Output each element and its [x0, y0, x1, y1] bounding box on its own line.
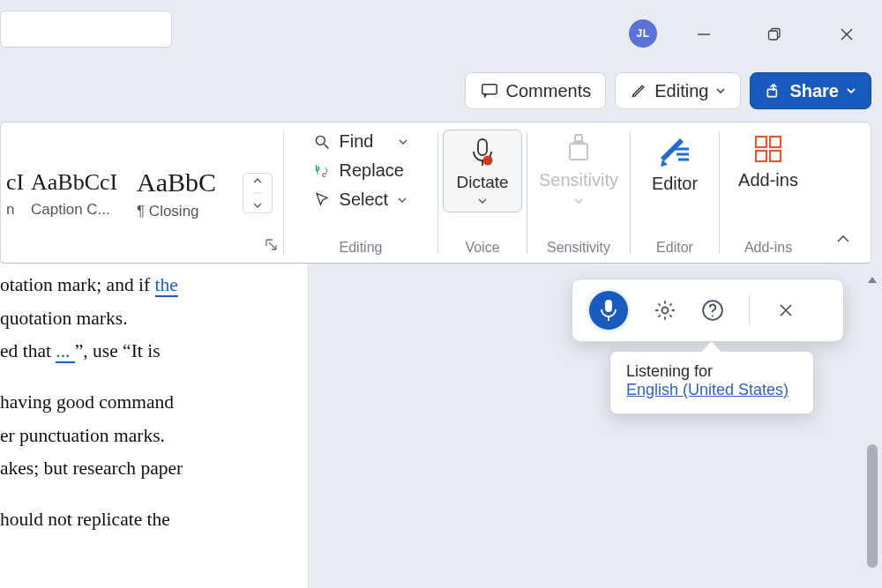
chevron-up-icon: [835, 231, 851, 247]
dialog-launcher-icon: [265, 238, 279, 252]
chevron-down-icon: [398, 137, 408, 147]
style-card[interactable]: AaBbCcI Caption C...: [26, 166, 131, 220]
tooltip-title: Listening for: [626, 362, 797, 381]
svg-rect-15: [570, 144, 587, 160]
ribbon-group-editing: Find bc Replace Select Editing: [284, 123, 437, 263]
svg-rect-20: [756, 137, 766, 147]
chevron-down-icon: [846, 86, 856, 96]
svg-line-9: [324, 144, 328, 148]
style-name: ¶ Closing: [137, 203, 199, 220]
dictation-mic-button[interactable]: [585, 287, 632, 334]
style-card[interactable]: cI n: [1, 166, 26, 220]
dictation-language-tooltip: Listening for English (United States): [609, 351, 814, 414]
styles-expand-button[interactable]: [243, 173, 273, 213]
style-card[interactable]: AaBbC ¶ Closing: [131, 164, 237, 222]
separator: [749, 295, 750, 325]
addins-button[interactable]: Add-ins: [738, 130, 798, 190]
scroll-thumb[interactable]: [867, 444, 878, 568]
sensitivity-icon: [563, 133, 594, 165]
chevron-down-icon: [477, 196, 488, 206]
microphone-icon: [469, 138, 496, 169]
sensitivity-label: Sensitivity: [539, 170, 618, 190]
cursor-icon: [313, 191, 331, 209]
dictation-close-button[interactable]: [771, 295, 801, 325]
find-button[interactable]: Find: [313, 131, 409, 152]
editor-label: Editor: [652, 174, 698, 194]
user-avatar[interactable]: JL: [629, 19, 657, 48]
style-sample: AaBbC: [137, 167, 216, 197]
style-name: n: [6, 201, 14, 219]
svg-rect-22: [756, 151, 766, 161]
dictation-toolbar: [572, 279, 844, 342]
collapse-ribbon-button[interactable]: [835, 231, 851, 247]
replace-icon: bc: [313, 162, 331, 180]
editing-mode-button[interactable]: Editing: [615, 72, 741, 109]
search-box[interactable]: [0, 11, 172, 48]
ribbon-group-editor: Editor Editor: [631, 123, 719, 263]
vertical-scrollbar[interactable]: [864, 272, 880, 580]
style-name: Caption C...: [31, 201, 110, 219]
styles-gallery: cI n AaBbCcI Caption C... AaBbC ¶ Closin…: [1, 123, 283, 263]
svg-point-28: [712, 316, 714, 317]
select-label: Select: [340, 190, 389, 210]
window-minimize-button[interactable]: [686, 18, 721, 51]
dictation-settings-button[interactable]: [650, 295, 680, 325]
style-sample: AaBbCcI: [31, 169, 117, 196]
editor-button[interactable]: Editor: [652, 130, 698, 194]
microphone-icon: [599, 299, 618, 322]
ribbon-group-voice: Dictate Voice: [438, 123, 527, 263]
find-label: Find: [340, 131, 374, 152]
share-icon: [765, 82, 782, 100]
chevron-down-icon: [397, 195, 407, 205]
group-label: Editing: [340, 240, 383, 257]
share-button[interactable]: Share: [750, 72, 871, 109]
close-icon: [777, 301, 795, 319]
scroll-up-button[interactable]: [864, 272, 880, 287]
ribbon-group-addins: Add-ins Add-ins: [720, 123, 817, 263]
svg-point-14: [483, 156, 493, 166]
comments-button[interactable]: Comments: [465, 72, 607, 109]
svg-point-8: [316, 136, 325, 145]
dictation-language-link[interactable]: English (United States): [626, 381, 789, 398]
select-button[interactable]: Select: [313, 190, 408, 210]
svg-rect-23: [770, 151, 781, 161]
chevron-down-icon: [715, 86, 726, 96]
svg-rect-2: [769, 31, 778, 40]
document-area[interactable]: otation mark; and if the quotation marks…: [0, 264, 309, 588]
help-icon: [701, 299, 724, 322]
spelling-error[interactable]: the: [155, 274, 178, 297]
search-icon: [313, 133, 331, 151]
group-label: Voice: [465, 240, 499, 257]
dictation-help-button[interactable]: [698, 295, 728, 325]
chevron-down-icon: [573, 196, 584, 206]
svg-rect-21: [770, 137, 781, 147]
share-label: Share: [789, 81, 839, 101]
restore-icon: [766, 26, 782, 42]
dictate-button[interactable]: Dictate: [443, 130, 521, 212]
triangle-up-icon: [867, 274, 878, 285]
window-close-button[interactable]: [829, 18, 864, 51]
styles-dialog-launcher[interactable]: [265, 238, 279, 252]
addins-icon: [752, 133, 784, 165]
replace-button[interactable]: bc Replace: [313, 160, 404, 181]
svg-rect-6: [768, 89, 777, 96]
ribbon: cI n AaBbCcI Caption C... AaBbC ¶ Closin…: [0, 122, 871, 264]
editing-label: Editing: [654, 81, 708, 101]
group-label: Sensitivity: [547, 240, 610, 257]
addins-label: Add-ins: [738, 170, 798, 190]
sensitivity-button[interactable]: Sensitivity: [539, 130, 618, 206]
style-sample: cI: [6, 169, 24, 196]
svg-rect-12: [478, 139, 487, 155]
editor-icon: [657, 133, 692, 168]
comments-icon: [480, 81, 499, 100]
dictate-label: Dictate: [456, 173, 508, 192]
group-label: Add-ins: [744, 240, 792, 257]
comments-label: Comments: [506, 81, 592, 101]
replace-label: Replace: [340, 160, 404, 181]
svg-rect-24: [605, 300, 612, 312]
group-label: Editor: [656, 240, 693, 257]
window-restore-button[interactable]: [757, 18, 792, 51]
minimize-icon: [696, 26, 712, 42]
svg-point-26: [662, 308, 669, 314]
spelling-error[interactable]: ...: [56, 340, 75, 363]
